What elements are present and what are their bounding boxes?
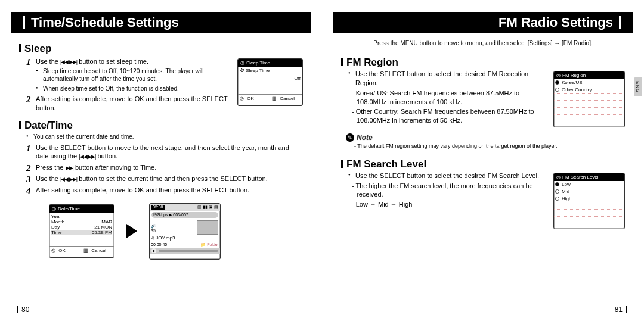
skip-next-icon: ▶▶| — [66, 164, 73, 172]
sleep-title-text: Sleep — [24, 43, 51, 54]
fmsearch-title-text: FM Search Level — [346, 158, 426, 170]
skip-prev-next-icon: |◀◀,▶▶| — [79, 153, 95, 160]
dt-step-2: 2 Press the ▶▶| button after moving to T… — [26, 163, 303, 172]
search-opt3-label: High — [562, 196, 571, 201]
play-body: 192kbps ▶ 003/007 🔊35 ♫ JOY.mp3 00:00:40… — [150, 211, 220, 248]
radio-dot-icon — [555, 88, 559, 92]
fmregion-title-text: FM Region — [346, 57, 398, 68]
dt-step2-a: Press the — [36, 164, 63, 171]
note-label: ✎ Note — [346, 133, 625, 142]
fmregion-bullet: Use the SELECT button to select the desi… — [348, 70, 550, 88]
dt-step-3: 3 Use the |◀◀,▶▶| button to set the curr… — [26, 174, 303, 183]
playback-screen: 05:38 ▥ ▮▮ ▣ ▤ 192kbps ▶ 003/007 🔊35 ♫ J… — [149, 203, 221, 260]
mini-body: Low Mid High — [554, 181, 624, 224]
dt-screen-title: Date/Time — [58, 206, 80, 211]
sleep-screen-title: Sleep Time — [246, 60, 270, 66]
sleep-step1-a: Use the — [36, 58, 58, 65]
empty-row — [554, 210, 624, 217]
pipe-icon — [341, 160, 343, 168]
radio-dot-icon — [555, 80, 559, 85]
dt-screen-ok: OK — [57, 247, 67, 254]
fmsearch-bullet: Use the SELECT button to select the desi… — [348, 172, 550, 180]
region-opt2-label: Other Country — [562, 87, 592, 92]
mini-header: Date/Time — [49, 205, 114, 213]
fmsearch-heading: FM Search Level — [341, 158, 625, 170]
pipe-icon — [19, 121, 21, 129]
step-number: 2 — [26, 94, 31, 105]
fmsearch-dash1: - The higher the FM search level, the mo… — [352, 182, 550, 200]
sleep-screen-cancel: Cancel — [278, 95, 296, 102]
pipe-icon — [341, 58, 343, 66]
pipe-icon — [19, 44, 21, 52]
skip-prev-next-icon: |◀◀,▶▶| — [60, 58, 77, 66]
fmregion-dash1: - Korea/ US: Search FM frequencies betwe… — [352, 89, 550, 107]
dt-month-label: Month — [51, 219, 64, 225]
mini-header: FM Region — [554, 71, 624, 79]
fmregion-screen: FM Region Korea/US Other Country — [553, 71, 625, 127]
empty-row — [554, 94, 624, 101]
empty-row — [554, 108, 624, 115]
bar-pip-icon — [619, 16, 621, 29]
datetime-title-text: Date/Time — [24, 120, 73, 131]
right-content: Press the MENU button to move to menu, a… — [333, 39, 633, 229]
fmregion-heading: FM Region — [341, 57, 625, 68]
sleep-step1-b: button to set sleep time. — [79, 58, 148, 65]
mini-header: Sleep Time — [238, 59, 302, 67]
dt-step3-a: Use the — [36, 175, 58, 182]
play-clock: 05:38 — [151, 205, 165, 210]
play-screen-topbar: 05:38 ▥ ▮▮ ▣ ▤ — [150, 204, 220, 211]
left-content: Sleep 1 Use the |◀◀,▶▶| button to set sl… — [11, 43, 311, 260]
sleep-step-1: 1 Use the |◀◀,▶▶| button to set sleep ti… — [26, 57, 233, 66]
play-folder: Folder — [207, 242, 219, 247]
right-page: FM Radio Settings ENG Press the MENU but… — [322, 0, 644, 321]
search-opt1-label: Low — [562, 182, 571, 187]
mini-footer: ◎ OK ▦ Cancel — [49, 246, 114, 254]
dt-year-label: Year — [51, 214, 61, 219]
sleep-time-screen: Sleep Time ⏱ Sleep Time Off ◎ OK ▦ Cance… — [237, 58, 303, 106]
play-toggle-icon: ▶ — [151, 248, 156, 253]
dt-time-val: 05:38 PM — [92, 230, 112, 235]
right-page-number: 81 — [615, 306, 623, 314]
sleep-screen-value: Off — [294, 76, 301, 81]
albumart-placeholder-icon — [197, 220, 218, 235]
fmsearch-dash2: - Low → Mid → High — [352, 200, 550, 209]
arrow-right-icon — [126, 224, 137, 238]
datetime-screen: Date/Time Year MonthMAR Day21 MON Time05… — [49, 204, 114, 258]
left-page-number: 80 — [21, 306, 29, 314]
radio-dot-icon — [555, 182, 559, 186]
play-bitrate: 192kbps — [152, 213, 168, 217]
mini-body: Korea/US Other Country — [554, 79, 624, 122]
mini-footer: ◎ OK ▦ Cancel — [238, 94, 302, 102]
footer-pip-icon — [17, 306, 18, 313]
step-number: 3 — [26, 173, 31, 185]
dt-step4-text: After setting is complete, move to OK an… — [36, 186, 249, 194]
play-vol: 35 — [151, 229, 156, 233]
sleep-bullet-1: Sleep time can be set to Off, 10~120 min… — [36, 67, 233, 83]
dt-month-val: MAR — [101, 219, 112, 225]
sleep-screen-row: Sleep Time — [246, 68, 270, 73]
search-opt-high: High — [554, 195, 624, 202]
page-spread: Time/Schedule Settings Sleep 1 Use the |… — [0, 0, 644, 321]
region-screen-title: FM Region — [562, 73, 586, 78]
bar-pip-icon — [23, 16, 25, 29]
empty-row — [554, 101, 624, 108]
sleep-heading: Sleep — [19, 43, 303, 55]
sleep-step-2: 2 After setting is complete, move to OK … — [26, 95, 233, 113]
datetime-heading: Date/Time — [19, 120, 303, 132]
sleep-screen-ok: OK — [245, 95, 256, 102]
step-number: 1 — [26, 142, 31, 154]
dt-step-4: 4 After setting is complete, move to OK … — [26, 186, 303, 195]
region-opt1-label: Korea/US — [562, 80, 583, 85]
search-screen-title: FM Search Level — [562, 174, 598, 180]
search-opt-mid: Mid — [554, 188, 624, 195]
right-footer: 81 — [615, 306, 627, 314]
search-opt-low: Low — [554, 181, 624, 188]
left-header-bar: Time/Schedule Settings — [11, 12, 311, 33]
note-text: Note — [357, 133, 373, 142]
dt-step-1: 1 Use the SELECT button to move to the n… — [26, 144, 303, 161]
skip-prev-next-icon: |◀◀,▶▶| — [60, 176, 77, 183]
step-number: 2 — [26, 162, 31, 174]
dt-day-label: Day — [51, 225, 60, 230]
fmregion-dash2: - Other Country: Search FM frequencies b… — [352, 107, 550, 125]
region-opt-korea-us: Korea/US — [554, 79, 624, 86]
